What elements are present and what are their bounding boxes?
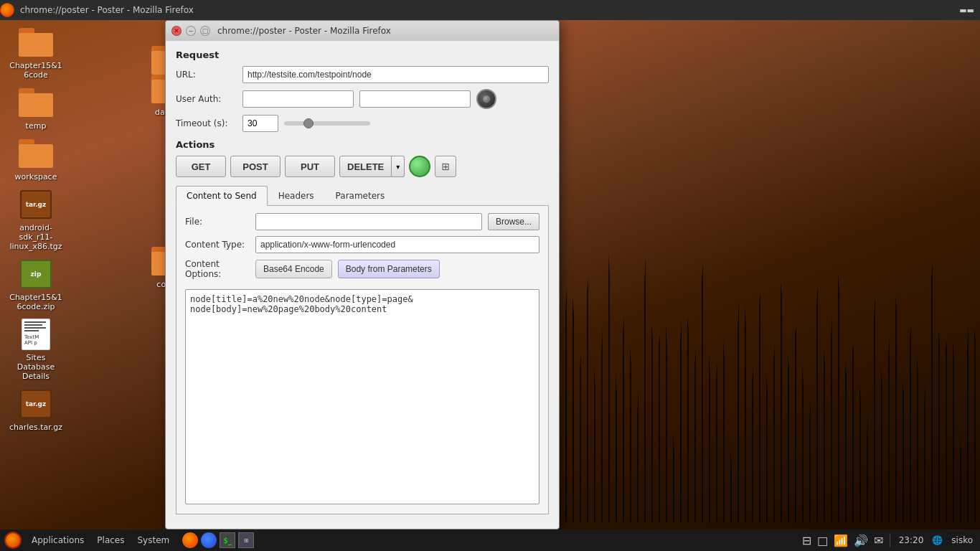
timeout-label: Timeout (s): xyxy=(176,118,237,128)
taskbar-open-apps: $_ ⊞ xyxy=(182,532,254,548)
ubuntu-logo[interactable] xyxy=(4,532,22,549)
taskbar-applications[interactable]: Applications xyxy=(26,534,90,547)
zip-icon-chapter: zip xyxy=(19,257,53,291)
tab-parameters[interactable]: Parameters xyxy=(325,186,396,205)
actions-row: GET POST PUT DELETE ▾ ⊞ xyxy=(176,156,549,177)
tab-headers[interactable]: Headers xyxy=(268,186,325,205)
window-maximize-button[interactable]: □ xyxy=(200,26,210,36)
firefox-icon xyxy=(0,3,14,17)
browser-window: ✕ − □ chrome://poster - Poster - Mozilla… xyxy=(165,20,560,529)
auth-icon-button[interactable] xyxy=(476,89,496,109)
user-auth-label: User Auth: xyxy=(176,94,237,104)
tab-content-to-send[interactable]: Content to Send xyxy=(176,186,268,206)
get-button[interactable]: GET xyxy=(176,156,226,177)
delete-button[interactable]: DELETE xyxy=(339,156,392,177)
volume-icon: 🔊 xyxy=(854,534,868,547)
taskbar-icon-1: ⊟ xyxy=(802,534,811,547)
browse-button[interactable]: Browse... xyxy=(488,213,540,230)
info-button[interactable]: ⊞ xyxy=(435,156,456,177)
desktop-icons-area: Chapter15&16code temp workspace xyxy=(7,25,65,432)
terminal-icon: $_ xyxy=(224,537,232,545)
timeout-row: Timeout (s): xyxy=(176,115,549,132)
window-minimize-button[interactable]: − xyxy=(186,26,196,36)
content-type-label: Content Type: xyxy=(185,240,250,250)
wifi-icon: 📶 xyxy=(834,534,848,547)
url-row: URL: xyxy=(176,66,549,83)
close-icon: ✕ xyxy=(174,27,179,34)
maximize-icon: □ xyxy=(202,27,209,34)
timeout-input[interactable] xyxy=(242,115,278,132)
taskbar-places[interactable]: Places xyxy=(91,534,130,547)
taskbar-system[interactable]: System xyxy=(131,534,175,547)
user-auth-username-input[interactable] xyxy=(242,90,354,108)
desktop-icon-temp[interactable]: temp xyxy=(7,85,65,131)
desktop: chrome://poster - Poster - Mozilla Firef… xyxy=(0,0,980,551)
folder-icon-chapter15 xyxy=(19,25,53,60)
dialog-content: Request URL: User Auth: Timeout (s): xyxy=(166,41,559,523)
taskbar-terminal-icon[interactable]: $_ xyxy=(220,532,235,548)
base64-encode-button[interactable]: Base64 Encode xyxy=(255,260,332,278)
taskbar-system-icons: ⊟ □ 📶 🔊 ✉ xyxy=(802,534,890,547)
delete-dropdown-button[interactable]: ▾ xyxy=(392,156,405,177)
window-close-button[interactable]: ✕ xyxy=(171,26,182,36)
desktop-icon-sites-db[interactable]: TextMAPI p Sites Database Details xyxy=(7,317,65,381)
desktop-icon-label: workspace xyxy=(15,172,57,182)
file-row: File: Browse... xyxy=(185,213,540,230)
browser-title: chrome://poster - Poster - Mozilla Firef… xyxy=(217,26,391,36)
app-icon: ⊞ xyxy=(244,537,249,544)
content-options-label: Content Options: xyxy=(185,259,250,279)
timeout-slider[interactable] xyxy=(284,121,370,126)
desktop-icon-android-sdk[interactable]: tar.gz android-sdk_r11-linux_x86.tgz xyxy=(7,187,65,251)
taskbar-time: 23:20 xyxy=(899,535,924,545)
browser-titlebar: ✕ − □ chrome://poster - Poster - Mozilla… xyxy=(166,21,559,41)
desktop-icon-chapter15-zip[interactable]: zip Chapter15&16code.zip xyxy=(7,257,65,311)
taskbar-firefox-icon[interactable] xyxy=(182,532,198,548)
taskbar-icon-2: □ xyxy=(817,534,828,547)
tabs-row: Content to Send Headers Parameters xyxy=(176,186,549,206)
info-icon: ⊞ xyxy=(441,161,450,172)
top-taskbar-right: ▬▬ xyxy=(959,6,974,15)
url-label: URL: xyxy=(176,70,237,80)
tab-content-panel: File: Browse... Content Type: Content Op… xyxy=(176,206,549,514)
desktop-icon-label: charles.tar.gz xyxy=(9,423,62,432)
chevron-down-icon: ▾ xyxy=(396,163,400,171)
desktop-icon-label: Chapter15&16code xyxy=(7,61,65,80)
body-textarea[interactable]: node[title]=a%20new%20node&node[type]=pa… xyxy=(185,289,540,504)
taskbar-app-icon[interactable]: ⊞ xyxy=(238,532,254,548)
taskbar-browser-icon[interactable] xyxy=(201,532,217,548)
text-icon-sites-db: TextMAPI p xyxy=(19,317,53,352)
top-taskbar-title: chrome://poster - Poster - Mozilla Firef… xyxy=(20,5,194,15)
user-auth-password-input[interactable] xyxy=(359,90,471,108)
post-button[interactable]: POST xyxy=(230,156,281,177)
desktop-icon-workspace[interactable]: workspace xyxy=(7,136,65,182)
file-path-input[interactable] xyxy=(255,213,482,230)
actions-section-header: Actions xyxy=(176,139,549,150)
desktop-icon-label: Sites Database Details xyxy=(7,353,65,381)
targz-icon-android: tar.gz xyxy=(19,187,53,222)
content-type-row: Content Type: xyxy=(185,236,540,253)
taskbar-username: sisko xyxy=(951,535,973,545)
request-section-header: Request xyxy=(176,50,549,60)
url-input[interactable] xyxy=(242,66,549,83)
delete-btn-group: DELETE ▾ xyxy=(339,156,405,177)
mail-icon: ✉ xyxy=(874,534,883,547)
desktop-icon-chapter15[interactable]: Chapter15&16code xyxy=(7,25,65,80)
bottom-taskbar: Applications Places System $_ ⊞ ⊟ □ 📶 🔊 … xyxy=(0,529,980,551)
desktop-icon-label: android-sdk_r11-linux_x86.tgz xyxy=(7,223,65,251)
body-from-parameters-button[interactable]: Body from Parameters xyxy=(338,260,440,278)
network-icon: 🌐 xyxy=(932,535,943,545)
desktop-icon-charles[interactable]: tar.gz charles.tar.gz xyxy=(7,387,65,432)
file-label: File: xyxy=(185,217,250,227)
go-execute-button[interactable] xyxy=(409,156,430,177)
content-type-input[interactable] xyxy=(255,236,540,253)
minimize-icon: − xyxy=(188,27,194,34)
auth-button-icon xyxy=(483,95,490,103)
targz-icon-charles: tar.gz xyxy=(19,387,53,421)
folder-icon-temp xyxy=(19,85,53,120)
content-options-row: Content Options: Base64 Encode Body from… xyxy=(185,259,540,279)
user-auth-row: User Auth: xyxy=(176,89,549,109)
desktop-icon-label: Chapter15&16code.zip xyxy=(7,293,65,311)
taskbar-apps: Applications Places System xyxy=(0,532,179,549)
put-button[interactable]: PUT xyxy=(285,156,335,177)
desktop-icon-label: temp xyxy=(26,121,47,131)
